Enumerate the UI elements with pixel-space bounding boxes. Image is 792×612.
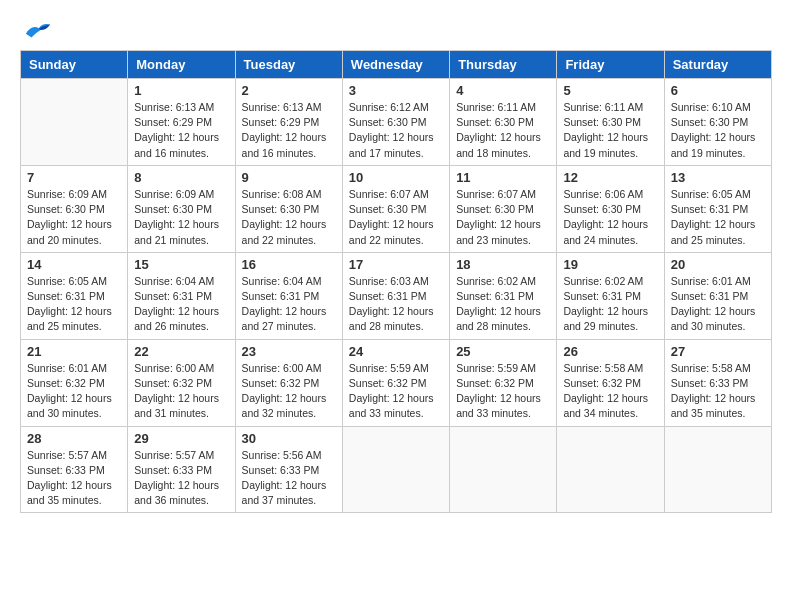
- day-number: 1: [134, 83, 228, 98]
- day-info: Sunrise: 6:11 AMSunset: 6:30 PMDaylight:…: [456, 100, 550, 161]
- day-info: Sunrise: 6:04 AMSunset: 6:31 PMDaylight:…: [134, 274, 228, 335]
- day-number: 14: [27, 257, 121, 272]
- day-info: Sunrise: 6:13 AMSunset: 6:29 PMDaylight:…: [134, 100, 228, 161]
- day-number: 20: [671, 257, 765, 272]
- calendar-cell: [342, 426, 449, 513]
- day-number: 9: [242, 170, 336, 185]
- day-header-saturday: Saturday: [664, 51, 771, 79]
- page-header: [20, 20, 772, 40]
- calendar-cell: 29Sunrise: 5:57 AMSunset: 6:33 PMDayligh…: [128, 426, 235, 513]
- day-info: Sunrise: 5:59 AMSunset: 6:32 PMDaylight:…: [456, 361, 550, 422]
- week-row-1: 1Sunrise: 6:13 AMSunset: 6:29 PMDaylight…: [21, 79, 772, 166]
- day-info: Sunrise: 6:07 AMSunset: 6:30 PMDaylight:…: [349, 187, 443, 248]
- calendar-cell: 10Sunrise: 6:07 AMSunset: 6:30 PMDayligh…: [342, 165, 449, 252]
- day-header-tuesday: Tuesday: [235, 51, 342, 79]
- day-header-sunday: Sunday: [21, 51, 128, 79]
- day-info: Sunrise: 6:06 AMSunset: 6:30 PMDaylight:…: [563, 187, 657, 248]
- day-number: 27: [671, 344, 765, 359]
- calendar-cell: 2Sunrise: 6:13 AMSunset: 6:29 PMDaylight…: [235, 79, 342, 166]
- day-header-thursday: Thursday: [450, 51, 557, 79]
- calendar-cell: 23Sunrise: 6:00 AMSunset: 6:32 PMDayligh…: [235, 339, 342, 426]
- day-info: Sunrise: 6:05 AMSunset: 6:31 PMDaylight:…: [27, 274, 121, 335]
- day-number: 13: [671, 170, 765, 185]
- calendar-cell: 5Sunrise: 6:11 AMSunset: 6:30 PMDaylight…: [557, 79, 664, 166]
- day-info: Sunrise: 6:08 AMSunset: 6:30 PMDaylight:…: [242, 187, 336, 248]
- calendar-cell: 14Sunrise: 6:05 AMSunset: 6:31 PMDayligh…: [21, 252, 128, 339]
- day-number: 3: [349, 83, 443, 98]
- calendar-cell: 24Sunrise: 5:59 AMSunset: 6:32 PMDayligh…: [342, 339, 449, 426]
- day-header-friday: Friday: [557, 51, 664, 79]
- calendar-cell: 18Sunrise: 6:02 AMSunset: 6:31 PMDayligh…: [450, 252, 557, 339]
- day-info: Sunrise: 6:03 AMSunset: 6:31 PMDaylight:…: [349, 274, 443, 335]
- calendar-cell: 11Sunrise: 6:07 AMSunset: 6:30 PMDayligh…: [450, 165, 557, 252]
- calendar-cell: 8Sunrise: 6:09 AMSunset: 6:30 PMDaylight…: [128, 165, 235, 252]
- day-header-wednesday: Wednesday: [342, 51, 449, 79]
- week-row-5: 28Sunrise: 5:57 AMSunset: 6:33 PMDayligh…: [21, 426, 772, 513]
- day-info: Sunrise: 6:09 AMSunset: 6:30 PMDaylight:…: [134, 187, 228, 248]
- week-row-2: 7Sunrise: 6:09 AMSunset: 6:30 PMDaylight…: [21, 165, 772, 252]
- calendar-table: SundayMondayTuesdayWednesdayThursdayFrid…: [20, 50, 772, 513]
- calendar-cell: 1Sunrise: 6:13 AMSunset: 6:29 PMDaylight…: [128, 79, 235, 166]
- day-header-monday: Monday: [128, 51, 235, 79]
- day-number: 4: [456, 83, 550, 98]
- day-number: 12: [563, 170, 657, 185]
- calendar-cell: [557, 426, 664, 513]
- calendar-cell: 13Sunrise: 6:05 AMSunset: 6:31 PMDayligh…: [664, 165, 771, 252]
- day-info: Sunrise: 6:07 AMSunset: 6:30 PMDaylight:…: [456, 187, 550, 248]
- day-number: 8: [134, 170, 228, 185]
- day-number: 10: [349, 170, 443, 185]
- calendar-cell: 7Sunrise: 6:09 AMSunset: 6:30 PMDaylight…: [21, 165, 128, 252]
- day-number: 6: [671, 83, 765, 98]
- logo: [20, 20, 52, 40]
- day-info: Sunrise: 6:01 AMSunset: 6:32 PMDaylight:…: [27, 361, 121, 422]
- calendar-cell: 19Sunrise: 6:02 AMSunset: 6:31 PMDayligh…: [557, 252, 664, 339]
- day-info: Sunrise: 6:09 AMSunset: 6:30 PMDaylight:…: [27, 187, 121, 248]
- day-number: 11: [456, 170, 550, 185]
- calendar-cell: 3Sunrise: 6:12 AMSunset: 6:30 PMDaylight…: [342, 79, 449, 166]
- calendar-cell: 22Sunrise: 6:00 AMSunset: 6:32 PMDayligh…: [128, 339, 235, 426]
- calendar-cell: 30Sunrise: 5:56 AMSunset: 6:33 PMDayligh…: [235, 426, 342, 513]
- day-info: Sunrise: 6:13 AMSunset: 6:29 PMDaylight:…: [242, 100, 336, 161]
- day-info: Sunrise: 5:59 AMSunset: 6:32 PMDaylight:…: [349, 361, 443, 422]
- day-info: Sunrise: 6:01 AMSunset: 6:31 PMDaylight:…: [671, 274, 765, 335]
- calendar-cell: 9Sunrise: 6:08 AMSunset: 6:30 PMDaylight…: [235, 165, 342, 252]
- day-number: 28: [27, 431, 121, 446]
- day-number: 5: [563, 83, 657, 98]
- calendar-cell: 25Sunrise: 5:59 AMSunset: 6:32 PMDayligh…: [450, 339, 557, 426]
- day-info: Sunrise: 5:56 AMSunset: 6:33 PMDaylight:…: [242, 448, 336, 509]
- day-number: 29: [134, 431, 228, 446]
- day-info: Sunrise: 6:10 AMSunset: 6:30 PMDaylight:…: [671, 100, 765, 161]
- day-number: 23: [242, 344, 336, 359]
- day-info: Sunrise: 6:05 AMSunset: 6:31 PMDaylight:…: [671, 187, 765, 248]
- day-number: 2: [242, 83, 336, 98]
- day-info: Sunrise: 6:00 AMSunset: 6:32 PMDaylight:…: [242, 361, 336, 422]
- day-number: 15: [134, 257, 228, 272]
- day-number: 30: [242, 431, 336, 446]
- calendar-cell: 6Sunrise: 6:10 AMSunset: 6:30 PMDaylight…: [664, 79, 771, 166]
- calendar-cell: 20Sunrise: 6:01 AMSunset: 6:31 PMDayligh…: [664, 252, 771, 339]
- day-info: Sunrise: 5:58 AMSunset: 6:33 PMDaylight:…: [671, 361, 765, 422]
- day-info: Sunrise: 6:04 AMSunset: 6:31 PMDaylight:…: [242, 274, 336, 335]
- day-info: Sunrise: 5:57 AMSunset: 6:33 PMDaylight:…: [134, 448, 228, 509]
- calendar-cell: 4Sunrise: 6:11 AMSunset: 6:30 PMDaylight…: [450, 79, 557, 166]
- calendar-cell: 15Sunrise: 6:04 AMSunset: 6:31 PMDayligh…: [128, 252, 235, 339]
- day-info: Sunrise: 6:11 AMSunset: 6:30 PMDaylight:…: [563, 100, 657, 161]
- calendar-cell: 17Sunrise: 6:03 AMSunset: 6:31 PMDayligh…: [342, 252, 449, 339]
- day-info: Sunrise: 6:02 AMSunset: 6:31 PMDaylight:…: [563, 274, 657, 335]
- calendar-cell: 28Sunrise: 5:57 AMSunset: 6:33 PMDayligh…: [21, 426, 128, 513]
- day-info: Sunrise: 6:00 AMSunset: 6:32 PMDaylight:…: [134, 361, 228, 422]
- day-number: 19: [563, 257, 657, 272]
- day-number: 24: [349, 344, 443, 359]
- day-number: 22: [134, 344, 228, 359]
- calendar-cell: [450, 426, 557, 513]
- calendar-cell: 16Sunrise: 6:04 AMSunset: 6:31 PMDayligh…: [235, 252, 342, 339]
- day-number: 16: [242, 257, 336, 272]
- day-info: Sunrise: 5:57 AMSunset: 6:33 PMDaylight:…: [27, 448, 121, 509]
- day-number: 21: [27, 344, 121, 359]
- calendar-cell: [21, 79, 128, 166]
- day-number: 7: [27, 170, 121, 185]
- calendar-cell: 12Sunrise: 6:06 AMSunset: 6:30 PMDayligh…: [557, 165, 664, 252]
- week-row-4: 21Sunrise: 6:01 AMSunset: 6:32 PMDayligh…: [21, 339, 772, 426]
- day-info: Sunrise: 6:12 AMSunset: 6:30 PMDaylight:…: [349, 100, 443, 161]
- day-info: Sunrise: 6:02 AMSunset: 6:31 PMDaylight:…: [456, 274, 550, 335]
